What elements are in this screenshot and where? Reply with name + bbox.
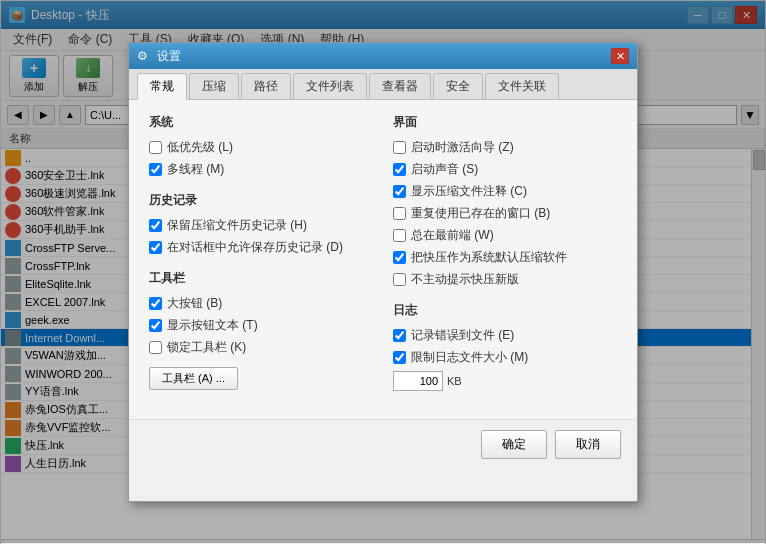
log-errors-label: 记录错误到文件 (E) (411, 327, 514, 344)
no-update-prompt-label: 不主动提示快压新版 (411, 271, 519, 288)
interface-title: 界面 (393, 114, 617, 131)
large-btn-option: 大按钮 (B) (149, 295, 373, 312)
cancel-button[interactable]: 取消 (555, 430, 621, 459)
toolbar-settings-button[interactable]: 工具栏 (A) ... (149, 367, 238, 390)
wizard-checkbox[interactable] (393, 141, 406, 154)
keep-history-checkbox[interactable] (149, 219, 162, 232)
settings-dialog: ⚙ 设置 ✕ 常规 压缩 路径 文件列表 查看器 安全 文件关联 (128, 42, 638, 502)
reuse-window-option: 重复使用已存在的窗口 (B) (393, 205, 617, 222)
always-on-top-label: 总在最前端 (W) (411, 227, 494, 244)
lock-toolbar-checkbox[interactable] (149, 341, 162, 354)
wizard-option: 启动时激活向导 (Z) (393, 139, 617, 156)
large-btn-checkbox[interactable] (149, 297, 162, 310)
low-priority-label: 低优先级 (L) (167, 139, 233, 156)
main-window: 📦 Desktop - 快压 ─ □ ✕ 文件(F) 命令 (C) 工具 (S)… (0, 0, 766, 544)
log-size-unit: KB (447, 375, 462, 387)
show-comment-label: 显示压缩文件注释 (C) (411, 183, 527, 200)
allow-save-history-option: 在对话框中允许保存历史记录 (D) (149, 239, 373, 256)
dialog-title: 设置 (157, 48, 611, 65)
limit-log-size-label: 限制日志文件大小 (M) (411, 349, 528, 366)
log-errors-option: 记录错误到文件 (E) (393, 327, 617, 344)
multithread-label: 多线程 (M) (167, 161, 224, 178)
lock-toolbar-option: 锁定工具栏 (K) (149, 339, 373, 356)
default-compress-label: 把快压作为系统默认压缩软件 (411, 249, 567, 266)
system-section: 系统 低优先级 (L) 多线程 (M) (149, 114, 373, 178)
dialog-overlay: ⚙ 设置 ✕ 常规 压缩 路径 文件列表 查看器 安全 文件关联 (1, 1, 765, 543)
dialog-content: 系统 低优先级 (L) 多线程 (M) (129, 100, 637, 419)
large-btn-label: 大按钮 (B) (167, 295, 222, 312)
startup-sound-checkbox[interactable] (393, 163, 406, 176)
left-column: 系统 低优先级 (L) 多线程 (M) (149, 114, 373, 405)
dialog-footer: 确定 取消 (129, 419, 637, 469)
low-priority-option: 低优先级 (L) (149, 139, 373, 156)
keep-history-option: 保留压缩文件历史记录 (H) (149, 217, 373, 234)
dialog-title-bar: ⚙ 设置 ✕ (129, 43, 637, 69)
tab-bar: 常规 压缩 路径 文件列表 查看器 安全 文件关联 (129, 69, 637, 100)
show-comment-option: 显示压缩文件注释 (C) (393, 183, 617, 200)
log-title: 日志 (393, 302, 617, 319)
startup-sound-label: 启动声音 (S) (411, 161, 478, 178)
default-compress-option: 把快压作为系统默认压缩软件 (393, 249, 617, 266)
log-section: 日志 记录错误到文件 (E) 限制日志文件大小 (M) 100 (393, 302, 617, 391)
tab-viewer[interactable]: 查看器 (369, 73, 431, 99)
log-size-input[interactable]: 100 (393, 371, 443, 391)
toolbar-section: 工具栏 大按钮 (B) 显示按钮文本 (T) 锁定工 (149, 270, 373, 390)
show-btn-text-checkbox[interactable] (149, 319, 162, 332)
log-size-row: 100 KB (393, 371, 617, 391)
system-title: 系统 (149, 114, 373, 131)
limit-log-size-option: 限制日志文件大小 (M) (393, 349, 617, 366)
tab-associations[interactable]: 文件关联 (485, 73, 559, 99)
multithread-option: 多线程 (M) (149, 161, 373, 178)
allow-save-history-label: 在对话框中允许保存历史记录 (D) (167, 239, 343, 256)
dialog-close-button[interactable]: ✕ (611, 48, 629, 64)
low-priority-checkbox[interactable] (149, 141, 162, 154)
tab-security[interactable]: 安全 (433, 73, 483, 99)
right-column: 界面 启动时激活向导 (Z) 启动声音 (S) 显示 (393, 114, 617, 405)
no-update-prompt-option: 不主动提示快压新版 (393, 271, 617, 288)
tab-filelist[interactable]: 文件列表 (293, 73, 367, 99)
multithread-checkbox[interactable] (149, 163, 162, 176)
startup-sound-option: 启动声音 (S) (393, 161, 617, 178)
no-update-prompt-checkbox[interactable] (393, 273, 406, 286)
history-section: 历史记录 保留压缩文件历史记录 (H) 在对话框中允许保存历史记录 (D) (149, 192, 373, 256)
settings-columns: 系统 低优先级 (L) 多线程 (M) (149, 114, 617, 405)
limit-log-size-checkbox[interactable] (393, 351, 406, 364)
default-compress-checkbox[interactable] (393, 251, 406, 264)
lock-toolbar-label: 锁定工具栏 (K) (167, 339, 246, 356)
allow-save-history-checkbox[interactable] (149, 241, 162, 254)
show-comment-checkbox[interactable] (393, 185, 406, 198)
always-on-top-option: 总在最前端 (W) (393, 227, 617, 244)
dialog-icon: ⚙ (137, 49, 151, 63)
tab-compress[interactable]: 压缩 (189, 73, 239, 99)
wizard-label: 启动时激活向导 (Z) (411, 139, 514, 156)
history-title: 历史记录 (149, 192, 373, 209)
always-on-top-checkbox[interactable] (393, 229, 406, 242)
tab-general[interactable]: 常规 (137, 73, 187, 100)
reuse-window-label: 重复使用已存在的窗口 (B) (411, 205, 550, 222)
ok-button[interactable]: 确定 (481, 430, 547, 459)
interface-section: 界面 启动时激活向导 (Z) 启动声音 (S) 显示 (393, 114, 617, 288)
show-btn-text-option: 显示按钮文本 (T) (149, 317, 373, 334)
tab-path[interactable]: 路径 (241, 73, 291, 99)
show-btn-text-label: 显示按钮文本 (T) (167, 317, 258, 334)
keep-history-label: 保留压缩文件历史记录 (H) (167, 217, 307, 234)
reuse-window-checkbox[interactable] (393, 207, 406, 220)
toolbar-title: 工具栏 (149, 270, 373, 287)
log-errors-checkbox[interactable] (393, 329, 406, 342)
